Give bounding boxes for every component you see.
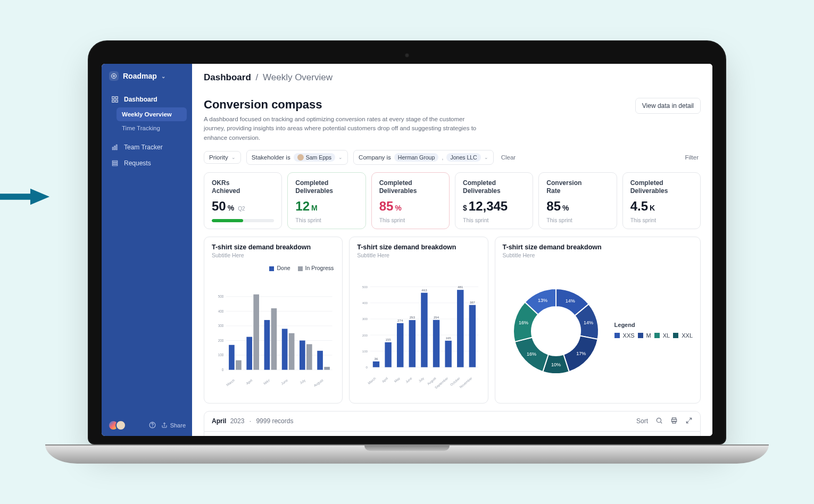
svg-text:MAY: MAY xyxy=(263,378,271,385)
svg-text:400: 400 xyxy=(218,309,224,313)
chip-stakeholder[interactable]: Sam Epps xyxy=(294,153,335,162)
kpi-card[interactable]: CompletedDeliverables4.5KThis sprint xyxy=(622,172,701,229)
help-icon[interactable] xyxy=(149,422,156,430)
print-icon[interactable] xyxy=(670,417,678,426)
svg-text:13%: 13% xyxy=(538,298,547,303)
svg-text:36: 36 xyxy=(375,357,378,360)
svg-rect-63 xyxy=(397,323,403,367)
kpi-title: OKRsAchieved xyxy=(212,179,274,196)
page-title: Conversion compass xyxy=(204,98,480,112)
kpi-card[interactable]: OKRsAchieved50%Q2 xyxy=(204,172,282,229)
chevron-down-icon: ⌄ xyxy=(484,155,488,160)
svg-rect-66 xyxy=(409,320,416,367)
svg-text:293: 293 xyxy=(410,315,416,319)
nav-team-tracker[interactable]: Team Tracker xyxy=(107,139,187,155)
svg-rect-28 xyxy=(236,360,242,370)
svg-text:300: 300 xyxy=(362,317,368,321)
brand[interactable]: Roadmap ⌄ xyxy=(102,64,192,88)
svg-rect-31 xyxy=(253,295,259,370)
kpi-card[interactable]: CompletedDeliverables85%This sprint xyxy=(371,172,450,229)
table-column-header: Project xyxy=(204,432,701,436)
svg-rect-43 xyxy=(324,367,330,370)
filter-priority[interactable]: Priority ⌄ xyxy=(204,151,241,164)
sidebar-footer: Share xyxy=(102,415,192,436)
svg-rect-4 xyxy=(115,97,118,99)
filter-stakeholder[interactable]: Stakeholder is Sam Epps ⌄ xyxy=(246,150,348,165)
kpi-title: CompletedDeliverables xyxy=(379,179,442,196)
filter-row: Priority ⌄ Stakeholder is Sam Epps ⌄ Com… xyxy=(204,150,701,165)
svg-text:August: August xyxy=(313,378,324,388)
charts-row: T-shirt size demand breakdown Subtitle H… xyxy=(204,237,701,404)
share-button[interactable]: Share xyxy=(161,422,186,429)
svg-rect-57 xyxy=(373,362,379,367)
nav-weekly-overview[interactable]: Weekly Overview xyxy=(117,107,187,121)
svg-text:300: 300 xyxy=(218,324,224,327)
svg-text:100: 100 xyxy=(218,353,224,357)
svg-rect-9 xyxy=(116,145,117,149)
chip-company[interactable]: Jones LLC xyxy=(446,153,480,162)
avatar xyxy=(115,420,126,431)
breadcrumb-page: Weekly Overview xyxy=(263,72,333,82)
kpi-card[interactable]: CompletedDeliverables12MThis sprint xyxy=(287,172,366,229)
table-header: April 2023 · 9999 records Sort xyxy=(204,411,701,432)
kpi-card[interactable]: CompletedDeliverables$12,345This sprint xyxy=(455,172,533,229)
svg-text:294: 294 xyxy=(434,315,439,319)
svg-text:500: 500 xyxy=(218,295,224,298)
svg-text:481: 481 xyxy=(458,285,463,289)
svg-rect-8 xyxy=(114,146,115,150)
chart-grouped-bars: T-shirt size demand breakdown Subtitle H… xyxy=(204,237,343,404)
donut-legend: Legend XXSMXLXXL xyxy=(614,320,693,343)
svg-text:274: 274 xyxy=(397,318,403,322)
kpi-value: 12M xyxy=(295,199,358,214)
svg-rect-11 xyxy=(112,163,117,164)
filter-company[interactable]: Company is Herman Group , Jones LLC ⌄ xyxy=(353,150,494,165)
svg-rect-72 xyxy=(433,320,439,367)
open-filter[interactable]: Filter xyxy=(683,152,701,163)
svg-rect-6 xyxy=(115,100,118,102)
sort-button[interactable]: Sort xyxy=(636,417,648,425)
svg-text:463: 463 xyxy=(422,288,428,292)
nav-dashboard[interactable]: Dashboard xyxy=(107,91,187,107)
sidebar: Roadmap ⌄ Dashboard Weekly Ove xyxy=(102,64,192,436)
svg-text:16%: 16% xyxy=(527,351,536,357)
avatar-stack[interactable] xyxy=(108,420,126,431)
svg-rect-34 xyxy=(271,308,277,370)
svg-text:387: 387 xyxy=(470,300,476,304)
svg-text:155: 155 xyxy=(386,338,392,341)
nav-time-tracking[interactable]: Time Tracking xyxy=(117,121,187,135)
svg-rect-27 xyxy=(229,345,235,370)
chart-legend: Done In Progress xyxy=(212,265,334,271)
kpi-foot: This sprint xyxy=(546,217,609,223)
svg-rect-69 xyxy=(421,293,427,367)
svg-text:17%: 17% xyxy=(576,351,586,356)
svg-rect-37 xyxy=(289,333,295,370)
kpi-card[interactable]: ConversionRate85%This sprint xyxy=(538,172,617,229)
avatar-dot-icon xyxy=(297,154,304,161)
chip-company[interactable]: Herman Group xyxy=(394,153,438,162)
table-month[interactable]: April xyxy=(212,417,226,425)
view-detail-button[interactable]: View data in detail xyxy=(635,98,701,114)
svg-text:August: August xyxy=(427,376,437,385)
svg-text:165: 165 xyxy=(446,336,452,340)
breadcrumb-root[interactable]: Dashboard xyxy=(204,72,251,82)
svg-rect-7 xyxy=(112,147,113,150)
nav-requests[interactable]: Requests xyxy=(107,155,187,171)
record-count: 9999 records xyxy=(256,417,293,425)
nav-dashboard-label: Dashboard xyxy=(124,96,157,103)
svg-text:June: June xyxy=(280,378,289,385)
svg-text:500: 500 xyxy=(362,285,368,289)
laptop-base xyxy=(45,444,769,464)
legend-swatch xyxy=(298,266,303,271)
expand-icon[interactable] xyxy=(685,417,693,426)
kpi-foot: This sprint xyxy=(630,217,693,223)
search-icon[interactable] xyxy=(655,417,663,426)
kpi-grid: OKRsAchieved50%Q2CompletedDeliverables12… xyxy=(204,172,701,229)
svg-text:November: November xyxy=(459,376,473,389)
svg-text:14%: 14% xyxy=(565,298,575,304)
svg-rect-33 xyxy=(264,320,270,370)
svg-rect-12 xyxy=(112,164,117,165)
svg-rect-36 xyxy=(282,329,288,369)
laptop-frame: Roadmap ⌄ Dashboard Weekly Ove xyxy=(88,40,726,464)
clear-filters[interactable]: Clear xyxy=(499,152,518,163)
svg-rect-10 xyxy=(112,161,117,162)
